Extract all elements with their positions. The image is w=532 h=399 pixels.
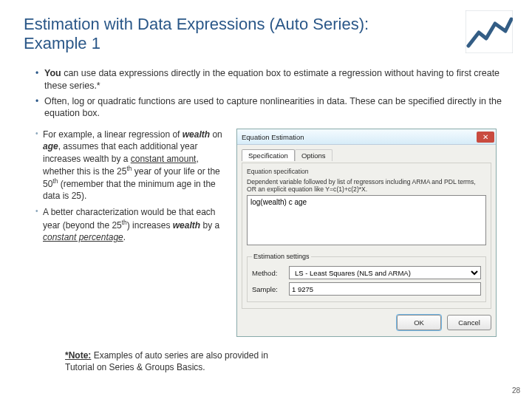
- bullet-item: Often, log or quadratic functions are us…: [35, 95, 508, 120]
- tab-specification[interactable]: Specification: [242, 149, 295, 161]
- ok-button[interactable]: OK: [397, 315, 441, 330]
- tab-options[interactable]: Options: [295, 149, 332, 161]
- dialog-titlebar: Equation Estimation ✕: [237, 129, 496, 145]
- bullet-item: A better characterization would be that …: [35, 206, 231, 243]
- bullet-list-top: You can use data expressions directly in…: [24, 67, 508, 120]
- dialog-title: Equation Estimation: [242, 133, 304, 141]
- close-button[interactable]: ✕: [477, 132, 494, 143]
- sample-input[interactable]: [289, 282, 481, 296]
- method-select[interactable]: LS - Least Squares (NLS and ARMA): [289, 266, 481, 279]
- equation-spec-hint: Dependent variable followed by list of r…: [247, 178, 486, 194]
- footnote-label: *Note:: [65, 350, 91, 361]
- footnote-text: Examples of auto series are also provide…: [65, 350, 268, 372]
- sample-label: Sample:: [252, 285, 284, 293]
- bullet-item: For example, a linear regression of weal…: [35, 129, 231, 202]
- footnote: *Note: Examples of auto series are also …: [44, 350, 287, 373]
- close-icon: ✕: [482, 133, 488, 141]
- method-label: Method:: [252, 269, 284, 277]
- equation-input[interactable]: [247, 195, 486, 245]
- page-number: 28: [512, 386, 520, 395]
- equation-estimation-dialog: Equation Estimation ✕ Specification Opti…: [236, 129, 497, 337]
- estimation-settings-legend: Estimation settings: [252, 253, 311, 260]
- page-title: Estimation with Data Expressions (Auto S…: [24, 15, 408, 54]
- cancel-button[interactable]: Cancel: [447, 315, 491, 330]
- equation-spec-label: Equation specification: [247, 168, 486, 175]
- bullet-item: You can use data expressions directly in…: [35, 67, 508, 92]
- bullet-list-left: For example, a linear regression of weal…: [24, 129, 231, 243]
- logo-icon: [466, 10, 513, 53]
